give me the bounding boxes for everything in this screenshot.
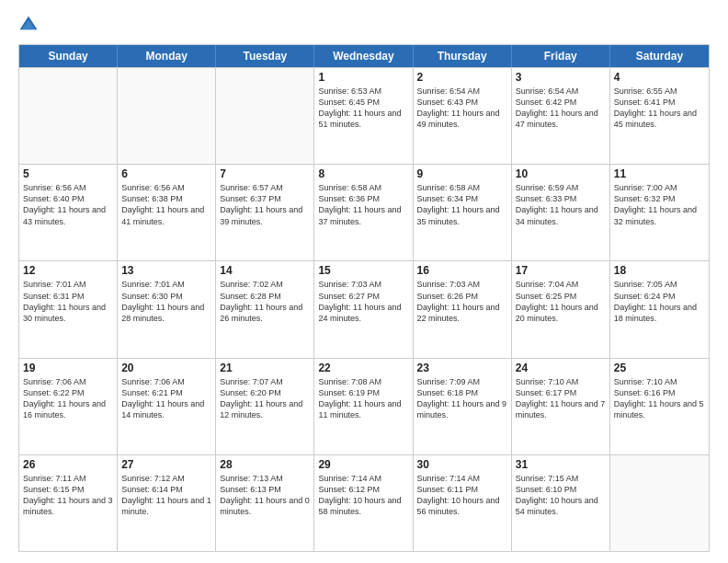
calendar-row-0: 1Sunrise: 6:53 AM Sunset: 6:45 PM Daylig… [19,67,709,164]
day-number: 8 [318,167,408,180]
cell-info: Sunrise: 7:09 AM Sunset: 6:18 PM Dayligh… [417,376,507,421]
calendar-cell: 22Sunrise: 7:08 AM Sunset: 6:19 PM Dayli… [314,359,413,454]
day-number: 28 [220,458,310,471]
calendar-cell: 24Sunrise: 7:10 AM Sunset: 6:17 PM Dayli… [512,359,610,454]
calendar-cell: 20Sunrise: 7:06 AM Sunset: 6:21 PM Dayli… [118,359,216,454]
calendar-cell: 30Sunrise: 7:14 AM Sunset: 6:11 PM Dayli… [414,455,512,551]
calendar-cell: 26Sunrise: 7:11 AM Sunset: 6:15 PM Dayli… [19,455,118,551]
header [18,15,710,35]
cell-info: Sunrise: 6:55 AM Sunset: 6:41 PM Dayligh… [614,86,705,131]
page: SundayMondayTuesdayWednesdayThursdayFrid… [0,0,728,563]
cell-info: Sunrise: 7:11 AM Sunset: 6:15 PM Dayligh… [23,473,113,518]
calendar-cell: 7Sunrise: 6:57 AM Sunset: 6:37 PM Daylig… [216,165,314,260]
calendar-cell: 5Sunrise: 6:56 AM Sunset: 6:40 PM Daylig… [19,165,118,260]
day-number: 12 [23,264,113,277]
cell-info: Sunrise: 6:58 AM Sunset: 6:36 PM Dayligh… [318,182,408,227]
calendar-cell: 19Sunrise: 7:06 AM Sunset: 6:22 PM Dayli… [19,359,118,454]
calendar-row-3: 19Sunrise: 7:06 AM Sunset: 6:22 PM Dayli… [19,358,709,454]
calendar: SundayMondayTuesdayWednesdayThursdayFrid… [18,44,710,552]
calendar-cell: 13Sunrise: 7:01 AM Sunset: 6:30 PM Dayli… [118,261,216,357]
day-number: 2 [417,71,507,84]
day-number: 29 [318,458,408,471]
calendar-cell: 25Sunrise: 7:10 AM Sunset: 6:16 PM Dayli… [610,359,709,454]
calendar-row-2: 12Sunrise: 7:01 AM Sunset: 6:31 PM Dayli… [19,260,709,357]
cell-info: Sunrise: 6:59 AM Sunset: 6:33 PM Dayligh… [516,182,606,227]
day-number: 6 [121,167,211,180]
calendar-cell: 3Sunrise: 6:54 AM Sunset: 6:42 PM Daylig… [512,68,610,164]
cell-info: Sunrise: 6:56 AM Sunset: 6:40 PM Dayligh… [23,182,113,227]
calendar-cell: 18Sunrise: 7:05 AM Sunset: 6:24 PM Dayli… [610,261,709,357]
day-number: 25 [614,362,705,374]
day-number: 31 [516,458,606,471]
logo-icon [18,15,39,35]
header-day-tuesday: Tuesday [216,45,314,67]
cell-info: Sunrise: 6:53 AM Sunset: 6:45 PM Dayligh… [318,86,408,131]
cell-info: Sunrise: 7:14 AM Sunset: 6:11 PM Dayligh… [417,473,507,518]
cell-info: Sunrise: 7:01 AM Sunset: 6:30 PM Dayligh… [121,279,211,324]
calendar-cell [19,68,118,164]
day-number: 27 [121,458,211,471]
header-day-wednesday: Wednesday [314,45,413,67]
calendar-cell [118,68,216,164]
day-number: 9 [417,167,507,180]
calendar-cell: 4Sunrise: 6:55 AM Sunset: 6:41 PM Daylig… [610,68,709,164]
day-number: 26 [23,458,113,471]
calendar-header: SundayMondayTuesdayWednesdayThursdayFrid… [19,45,709,67]
header-day-sunday: Sunday [19,45,118,67]
calendar-cell: 1Sunrise: 6:53 AM Sunset: 6:45 PM Daylig… [314,68,413,164]
calendar-cell: 23Sunrise: 7:09 AM Sunset: 6:18 PM Dayli… [414,359,512,454]
cell-info: Sunrise: 7:07 AM Sunset: 6:20 PM Dayligh… [220,376,310,421]
day-number: 7 [220,167,310,180]
calendar-cell: 2Sunrise: 6:54 AM Sunset: 6:43 PM Daylig… [414,68,512,164]
day-number: 4 [614,71,705,84]
day-number: 30 [417,458,507,471]
calendar-cell: 8Sunrise: 6:58 AM Sunset: 6:36 PM Daylig… [314,165,413,260]
cell-info: Sunrise: 7:15 AM Sunset: 6:10 PM Dayligh… [516,473,606,518]
calendar-cell: 14Sunrise: 7:02 AM Sunset: 6:28 PM Dayli… [216,261,314,357]
day-number: 1 [318,71,408,84]
calendar-body: 1Sunrise: 6:53 AM Sunset: 6:45 PM Daylig… [19,67,709,551]
day-number: 18 [614,264,705,277]
calendar-cell: 27Sunrise: 7:12 AM Sunset: 6:14 PM Dayli… [118,455,216,551]
day-number: 11 [614,167,705,180]
logo [18,15,40,35]
cell-info: Sunrise: 7:03 AM Sunset: 6:26 PM Dayligh… [417,279,507,324]
cell-info: Sunrise: 7:01 AM Sunset: 6:31 PM Dayligh… [23,279,113,324]
cell-info: Sunrise: 7:12 AM Sunset: 6:14 PM Dayligh… [121,473,211,518]
day-number: 3 [516,71,606,84]
calendar-cell: 17Sunrise: 7:04 AM Sunset: 6:25 PM Dayli… [512,261,610,357]
calendar-row-1: 5Sunrise: 6:56 AM Sunset: 6:40 PM Daylig… [19,164,709,260]
day-number: 22 [318,362,408,374]
calendar-cell: 16Sunrise: 7:03 AM Sunset: 6:26 PM Dayli… [414,261,512,357]
calendar-cell: 21Sunrise: 7:07 AM Sunset: 6:20 PM Dayli… [216,359,314,454]
day-number: 19 [23,362,113,374]
day-number: 23 [417,362,507,374]
cell-info: Sunrise: 7:03 AM Sunset: 6:27 PM Dayligh… [318,279,408,324]
cell-info: Sunrise: 7:02 AM Sunset: 6:28 PM Dayligh… [220,279,310,324]
day-number: 14 [220,264,310,277]
calendar-cell [610,455,709,551]
cell-info: Sunrise: 7:10 AM Sunset: 6:17 PM Dayligh… [516,376,606,421]
cell-info: Sunrise: 7:06 AM Sunset: 6:22 PM Dayligh… [23,376,113,421]
cell-info: Sunrise: 7:00 AM Sunset: 6:32 PM Dayligh… [614,182,705,227]
cell-info: Sunrise: 6:54 AM Sunset: 6:42 PM Dayligh… [516,86,606,131]
day-number: 10 [516,167,606,180]
cell-info: Sunrise: 7:04 AM Sunset: 6:25 PM Dayligh… [516,279,606,324]
header-day-friday: Friday [512,45,610,67]
calendar-cell: 12Sunrise: 7:01 AM Sunset: 6:31 PM Dayli… [19,261,118,357]
cell-info: Sunrise: 7:06 AM Sunset: 6:21 PM Dayligh… [121,376,211,421]
cell-info: Sunrise: 7:10 AM Sunset: 6:16 PM Dayligh… [614,376,705,421]
day-number: 13 [121,264,211,277]
day-number: 17 [516,264,606,277]
calendar-cell: 15Sunrise: 7:03 AM Sunset: 6:27 PM Dayli… [314,261,413,357]
header-day-monday: Monday [118,45,216,67]
day-number: 15 [318,264,408,277]
calendar-row-4: 26Sunrise: 7:11 AM Sunset: 6:15 PM Dayli… [19,454,709,551]
cell-info: Sunrise: 7:08 AM Sunset: 6:19 PM Dayligh… [318,376,408,421]
day-number: 16 [417,264,507,277]
day-number: 24 [516,362,606,374]
cell-info: Sunrise: 7:14 AM Sunset: 6:12 PM Dayligh… [318,473,408,518]
calendar-cell: 6Sunrise: 6:56 AM Sunset: 6:38 PM Daylig… [118,165,216,260]
header-day-thursday: Thursday [414,45,512,67]
cell-info: Sunrise: 6:54 AM Sunset: 6:43 PM Dayligh… [417,86,507,131]
